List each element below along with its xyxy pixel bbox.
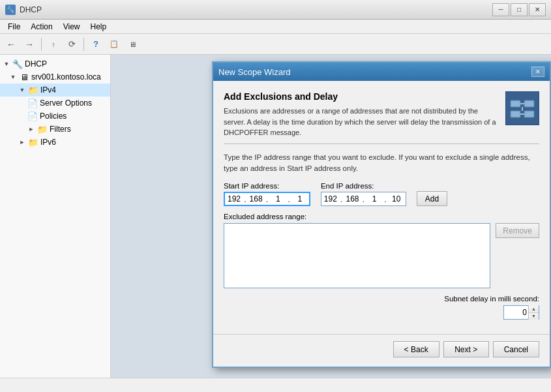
menu-view[interactable]: View (58, 21, 85, 33)
up-button[interactable]: ↑ (45, 37, 62, 52)
ipv4-expand-arrow: ▼ (18, 86, 26, 94)
sidebar-item-server-options[interactable]: 📄 Server Options (0, 97, 110, 110)
end-ip-o1[interactable] (321, 192, 340, 205)
title-bar-left: 🔧 DHCP (5, 5, 42, 15)
start-ip-o2[interactable] (247, 192, 265, 205)
excluded-address-list[interactable] (224, 223, 490, 288)
content-area: New Scope Wizard ✕ Add Exclusions and De… (111, 55, 551, 378)
dialog-body: Add Exclusions and Delay Exclusions are … (213, 81, 550, 330)
network-icon (509, 95, 535, 121)
dialog-footer: < Back Next > Cancel (213, 334, 550, 367)
sidebar: ▼ 🔧 DHCP ▼ 🖥 srv001.kontoso.loca ▼ 📁 IPv… (0, 55, 111, 378)
spinner-up-button[interactable]: ▲ (529, 305, 539, 313)
toolbar-sep-2 (83, 38, 84, 51)
svg-rect-2 (511, 111, 520, 117)
cancel-button[interactable]: Cancel (493, 341, 539, 357)
sidebar-item-ipv6-label: IPv6 (40, 138, 56, 147)
dhcp-icon: 🔧 (12, 59, 23, 69)
back-button[interactable]: ← (3, 37, 20, 52)
start-ip-group: Start IP address: . . . (224, 182, 310, 206)
svg-rect-3 (524, 111, 534, 117)
close-button[interactable]: ✕ (529, 3, 546, 16)
wizard-header-text: Add Exclusions and Delay Exclusions are … (224, 91, 505, 138)
forward-button[interactable]: → (21, 37, 38, 52)
ipv6-icon: 📁 (28, 137, 38, 147)
sidebar-item-dhcp-label: DHCP (25, 59, 47, 68)
start-ip-o3[interactable] (269, 192, 287, 205)
title-bar: 🔧 DHCP ─ □ ✕ (0, 0, 551, 20)
dialog-close-button[interactable]: ✕ (531, 67, 544, 77)
sidebar-item-dhcp[interactable]: ▼ 🔧 DHCP (0, 57, 110, 70)
menu-bar: File Action View Help (0, 20, 551, 34)
sidebar-item-ipv4-label: IPv4 (40, 85, 56, 95)
sidebar-item-policies[interactable]: 📄 Policies (0, 110, 110, 123)
sidebar-item-ipv4[interactable]: ▼ 📁 IPv4 (0, 83, 110, 97)
subnet-delay-input[interactable]: ▲ ▼ (503, 305, 539, 320)
start-ip-o1[interactable] (225, 192, 243, 205)
menu-file[interactable]: File (3, 21, 25, 33)
side-actions: Remove (496, 223, 539, 238)
ip-fields-row: Start IP address: . . . (224, 182, 539, 206)
end-ip-group: End IP address: . . . (321, 182, 406, 206)
wizard-header: Add Exclusions and Delay Exclusions are … (224, 91, 539, 144)
subnet-delay-value[interactable] (504, 308, 528, 317)
window-title: DHCP (20, 5, 42, 14)
toolbar-sep-1 (41, 38, 42, 51)
server-options-icon: 📄 (27, 98, 38, 108)
menu-action[interactable]: Action (25, 21, 57, 33)
wizard-step-title: Add Exclusions and Delay (224, 91, 499, 102)
back-button[interactable]: < Back (393, 341, 439, 357)
expand-arrow: ▼ (3, 60, 10, 68)
excluded-row: Remove (224, 223, 539, 288)
start-ip-o4[interactable] (291, 192, 309, 205)
end-ip-input[interactable]: . . . (321, 192, 406, 206)
excluded-label: Excluded address range: (224, 213, 539, 220)
refresh-button[interactable]: ⟳ (63, 37, 80, 52)
spinner-arrows: ▲ ▼ (528, 305, 539, 320)
remove-button[interactable]: Remove (496, 223, 539, 238)
filters-icon: 📁 (37, 124, 48, 134)
status-bar (0, 378, 551, 392)
sidebar-item-server-options-label: Server Options (40, 98, 92, 108)
svg-rect-0 (511, 100, 520, 107)
add-button[interactable]: Add (417, 191, 447, 206)
policies-icon: 📄 (27, 111, 38, 121)
start-ip-label: Start IP address: (224, 182, 310, 190)
subnet-delay-label: Subnet delay in milli second: (444, 295, 539, 303)
view-button[interactable]: 🖥 (124, 37, 141, 52)
end-ip-o4[interactable] (387, 192, 406, 205)
new-scope-wizard-dialog: New Scope Wizard ✕ Add Exclusions and De… (212, 61, 551, 368)
next-button[interactable]: Next > (443, 341, 489, 357)
spinner-down-button[interactable]: ▼ (529, 313, 539, 320)
main-layout: ▼ 🔧 DHCP ▼ 🖥 srv001.kontoso.loca ▼ 📁 IPv… (0, 55, 551, 378)
window-controls: ─ □ ✕ (492, 3, 546, 16)
sidebar-item-server-label: srv001.kontoso.loca (31, 72, 101, 82)
ipv6-expand-arrow: ► (18, 138, 26, 146)
end-ip-o2[interactable] (344, 192, 362, 205)
ipv4-icon: 📁 (28, 85, 38, 95)
help-button[interactable]: ? (87, 37, 104, 52)
menu-help[interactable]: Help (85, 21, 112, 33)
sidebar-item-policies-label: Policies (40, 112, 67, 121)
subnet-delay-section: Subnet delay in milli second: ▲ ▼ (224, 295, 539, 320)
svg-rect-1 (524, 100, 534, 107)
toolbar: ← → ↑ ⟳ ? 📋 🖥 (0, 34, 551, 55)
wizard-content: Type the IP address range that you want … (224, 152, 539, 320)
sidebar-item-filters-label: Filters (50, 125, 71, 134)
app-icon: 🔧 (5, 5, 16, 15)
start-ip-input[interactable]: . . . (224, 192, 310, 206)
wizard-header-icon (505, 91, 539, 125)
dialog-title-controls: ✕ (531, 67, 544, 77)
export-button[interactable]: 📋 (106, 37, 123, 52)
filters-expand-arrow: ► (27, 125, 35, 133)
sidebar-item-filters[interactable]: ► 📁 Filters (0, 123, 110, 136)
dialog-title-bar: New Scope Wizard ✕ (213, 63, 550, 81)
sidebar-item-ipv6[interactable]: ► 📁 IPv6 (0, 136, 110, 149)
end-ip-o3[interactable] (365, 192, 383, 205)
dialog-title: New Scope Wizard (218, 67, 291, 77)
minimize-button[interactable]: ─ (492, 3, 509, 16)
instruction-text: Type the IP address range that you want … (224, 152, 539, 175)
maximize-button[interactable]: □ (511, 3, 528, 16)
end-ip-label: End IP address: (321, 182, 406, 190)
sidebar-item-server[interactable]: ▼ 🖥 srv001.kontoso.loca (0, 70, 110, 83)
